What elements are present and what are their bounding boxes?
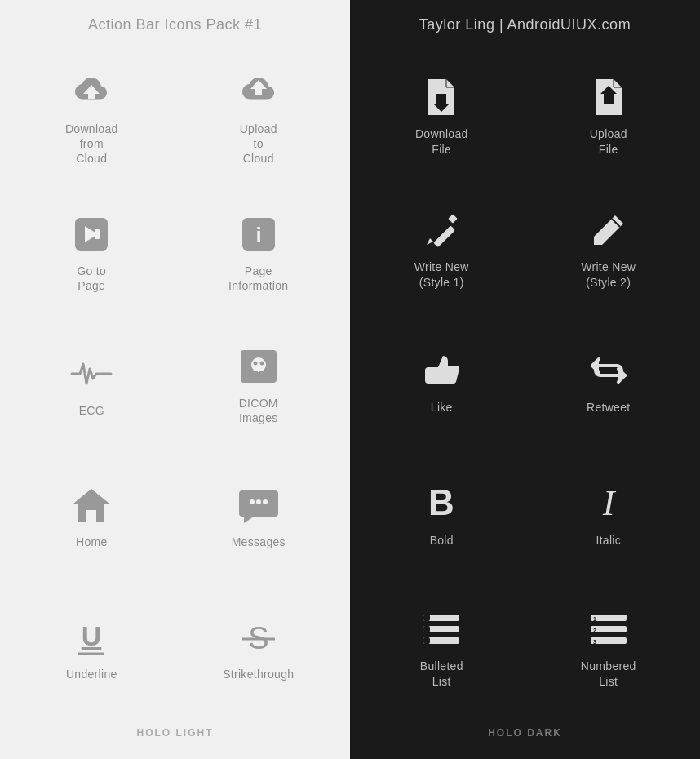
- list-item: Retweet: [525, 316, 693, 449]
- svg-text:1: 1: [593, 616, 596, 622]
- svg-rect-8: [259, 371, 263, 375]
- numbered-list-icon: 1 2 3: [587, 608, 630, 650]
- messages-icon: [237, 484, 280, 526]
- ecg-icon: [70, 353, 113, 395]
- dark-icons-grid: DownloadFile UploadFile Wr: [358, 50, 692, 715]
- icon-label: Go toPage: [77, 264, 106, 293]
- icon-label: Home: [76, 535, 108, 549]
- icon-label: DICOMImages: [239, 396, 278, 425]
- svg-rect-2: [95, 229, 100, 239]
- svg-marker-11: [73, 489, 109, 522]
- icon-label: UploadFile: [590, 126, 627, 156]
- list-item: DownloadfromCloud: [8, 50, 175, 187]
- svg-rect-22: [433, 226, 455, 248]
- go-to-page-icon: [70, 213, 113, 255]
- svg-point-12: [250, 499, 255, 504]
- light-panel: Action Bar Icons Pack #1 DownloadfromClo…: [0, 0, 350, 759]
- list-item: ECG: [8, 319, 175, 451]
- underline-icon: U U: [70, 616, 113, 659]
- svg-point-6: [251, 357, 266, 372]
- light-icons-grid: DownloadfromCloud UploadtoCloud Go to: [8, 50, 342, 715]
- dark-panel-title: Taylor Ling | AndroidUIUX.com: [419, 16, 631, 33]
- svg-text:I: I: [601, 483, 616, 523]
- retweet-icon: [587, 349, 630, 392]
- svg-text:i: i: [255, 223, 261, 247]
- list-item: U U Underline: [8, 583, 175, 715]
- list-item: 1 2 3 NumberedList: [525, 582, 693, 715]
- icon-label: PageInformation: [228, 264, 288, 293]
- upload-cloud-icon: [237, 71, 280, 113]
- svg-rect-24: [449, 215, 458, 224]
- dark-panel: Taylor Ling | AndroidUIUX.com DownloadFi…: [350, 0, 700, 759]
- svg-rect-7: [255, 371, 258, 375]
- icon-label: ECG: [79, 403, 104, 418]
- list-item: BulletedList: [358, 582, 525, 715]
- svg-marker-23: [427, 238, 433, 245]
- icon-label: Strikethrough: [223, 667, 294, 681]
- bulleted-list-icon: [420, 608, 463, 650]
- icon-label: NumberedList: [581, 659, 636, 688]
- list-item: Like: [358, 316, 525, 449]
- icon-label: Retweet: [587, 400, 630, 415]
- svg-rect-31: [423, 615, 430, 621]
- svg-text:B: B: [428, 482, 454, 522]
- like-icon: [420, 349, 463, 392]
- icon-label: Underline: [66, 667, 117, 681]
- icon-label: Like: [431, 400, 453, 415]
- list-item: UploadFile: [525, 50, 693, 183]
- home-icon: [70, 484, 113, 526]
- upload-file-icon: [587, 76, 630, 118]
- dark-panel-footer: HOLO DARK: [488, 715, 562, 751]
- svg-point-10: [259, 361, 264, 365]
- write-new-1-icon: [420, 209, 463, 251]
- list-item: I Italic: [525, 449, 693, 582]
- list-item: DICOMImages: [175, 319, 343, 451]
- list-item: B Bold: [358, 449, 525, 582]
- light-panel-title: Action Bar Icons Pack #1: [88, 16, 262, 33]
- list-item: Write New(Style 1): [358, 183, 525, 316]
- write-new-2-icon: [587, 209, 630, 251]
- list-item: Write New(Style 2): [525, 183, 693, 316]
- svg-point-13: [256, 499, 261, 504]
- svg-rect-32: [423, 626, 430, 632]
- list-item: UploadtoCloud: [175, 50, 343, 187]
- download-file-icon: [420, 76, 463, 118]
- icon-label: DownloadFile: [415, 126, 468, 156]
- light-panel-footer: HOLO LIGHT: [137, 715, 214, 751]
- icon-label: BulletedList: [420, 659, 463, 688]
- dicom-images-icon: [237, 345, 280, 388]
- svg-text:2: 2: [593, 628, 596, 633]
- download-cloud-icon: [70, 71, 113, 113]
- svg-text:U: U: [82, 620, 102, 651]
- svg-point-9: [253, 361, 257, 365]
- icon-label: UploadtoCloud: [240, 122, 277, 166]
- icon-label: Messages: [232, 535, 286, 549]
- svg-text:3: 3: [593, 639, 596, 645]
- list-item: i PageInformation: [175, 187, 343, 319]
- svg-rect-33: [423, 637, 430, 644]
- icon-label: Bold: [430, 533, 454, 548]
- page-information-icon: i: [237, 213, 280, 255]
- list-item: DownloadFile: [358, 50, 525, 183]
- list-item: Home: [8, 451, 175, 584]
- icon-label: Italic: [596, 533, 621, 548]
- bold-icon: B: [420, 482, 463, 525]
- icon-label: Write New(Style 1): [414, 260, 469, 289]
- list-item: Go toPage: [8, 187, 175, 319]
- strikethrough-icon: S: [237, 616, 280, 659]
- icon-label: DownloadfromCloud: [65, 122, 118, 166]
- list-item: S Strikethrough: [175, 583, 343, 715]
- list-item: Messages: [175, 451, 343, 584]
- icon-label: Write New(Style 2): [581, 260, 636, 289]
- svg-point-14: [263, 499, 268, 504]
- italic-icon: I: [587, 482, 630, 525]
